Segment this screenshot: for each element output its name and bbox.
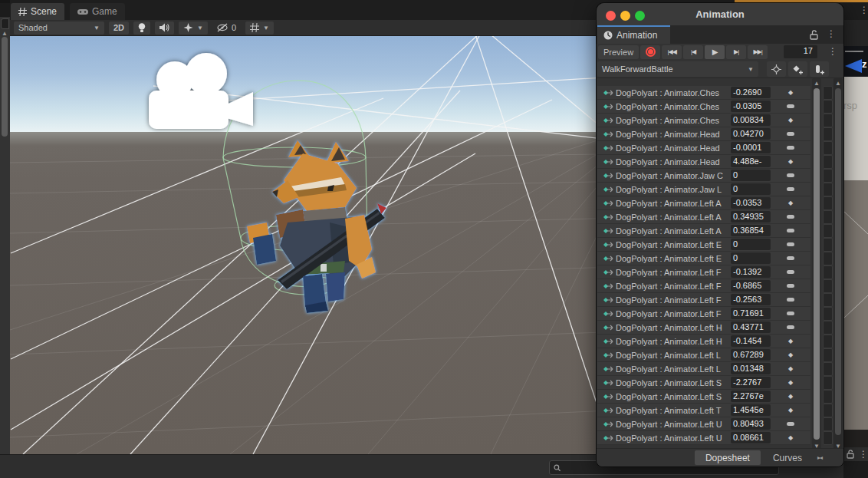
dopesheet-cell[interactable] [823, 169, 833, 183]
previous-key-button[interactable]: |◀ [683, 45, 703, 59]
dopesheet-scrollbar[interactable]: ▲ ▼ [833, 78, 843, 451]
property-value-field[interactable]: 0.67289 [731, 349, 771, 361]
property-value-field[interactable]: 0 [731, 252, 771, 264]
property-value-field[interactable]: -0.6865 [731, 280, 771, 292]
scroll-up-icon[interactable]: ▲ [0, 30, 9, 37]
property-row[interactable]: DogPolyart : Animator.Left F0.71691 [597, 307, 810, 321]
property-row[interactable]: DogPolyart : Animator.Left H0.43771 [597, 321, 810, 335]
window-title-bar[interactable]: Animation [597, 3, 843, 25]
zoom-button[interactable] [635, 11, 645, 21]
property-row[interactable]: DogPolyart : Animator.Jaw C0 [597, 169, 810, 183]
property-row[interactable]: DogPolyart : Animator.Left F-0.6865 [597, 279, 810, 293]
go-to-end-button[interactable]: ▶▶| [748, 45, 768, 59]
property-value-field[interactable]: -2.2767 [731, 377, 771, 388]
unlock-icon[interactable] [810, 30, 818, 40]
property-row[interactable]: DogPolyart : Animator.Left L0.01348 [597, 362, 810, 376]
audio-toggle-button[interactable] [155, 21, 174, 35]
dopesheet-cell[interactable] [823, 417, 833, 431]
preview-toggle-button[interactable]: Preview [598, 45, 639, 59]
dopesheet-cell[interactable] [823, 362, 833, 376]
dopesheet-mode-button[interactable]: Dopesheet [695, 450, 761, 465]
property-row[interactable]: DogPolyart : Animator.Left S-2.2767 [597, 376, 810, 390]
property-row[interactable]: DogPolyart : Animator.Left U0.80493 [597, 417, 810, 431]
property-value-field[interactable]: -0.2563 [731, 294, 771, 305]
kebab-menu-icon[interactable]: ⋮ [860, 5, 868, 15]
dopesheet-cell[interactable] [823, 293, 833, 307]
property-value-field[interactable]: 0 [731, 183, 771, 195]
property-scrollbar[interactable]: ▲ ▼ [812, 78, 821, 451]
dopesheet-cell[interactable] [823, 141, 833, 155]
property-value-field[interactable]: -0.1454 [731, 335, 771, 347]
shading-mode-dropdown[interactable]: Shaded▼ [14, 21, 104, 35]
dopesheet-cell[interactable] [823, 127, 833, 141]
property-value-field[interactable]: 0.01348 [731, 363, 771, 374]
dopesheet-cell[interactable] [823, 321, 833, 335]
property-value-field[interactable]: -0.0353 [731, 197, 771, 209]
dopesheet-cell[interactable] [823, 252, 833, 265]
property-value-field[interactable]: -0.0001 [731, 142, 771, 153]
dopesheet-cell[interactable] [823, 376, 833, 390]
scrollbar-thumb[interactable] [835, 88, 841, 435]
scrollbar-thumb[interactable] [814, 88, 820, 440]
property-value-field[interactable]: 0.36854 [731, 225, 771, 236]
property-row[interactable]: DogPolyart : Animator.Left F-0.2563 [597, 293, 810, 307]
property-value-field[interactable]: -0.2690 [731, 87, 771, 98]
property-value-field[interactable]: 2.2767e [731, 391, 771, 402]
dopesheet-cell[interactable] [823, 100, 833, 114]
property-row[interactable]: DogPolyart : Animator.Left U0.08661 [597, 431, 810, 445]
property-value-field[interactable]: 0.43771 [731, 321, 771, 333]
dopesheet-cell[interactable] [823, 431, 833, 445]
camera-gizmo-icon[interactable] [149, 53, 253, 129]
frame-number-field[interactable]: 17 [784, 45, 817, 58]
dopesheet-cell[interactable] [823, 196, 833, 210]
property-row[interactable]: DogPolyart : Animator.Left H-0.1454 [597, 335, 810, 348]
property-value-field[interactable]: 0.34935 [731, 211, 771, 223]
hidden-objects-toggle[interactable]: 0 [212, 21, 241, 35]
dopesheet-cell[interactable] [823, 114, 833, 127]
tab-animation[interactable]: Animation [597, 25, 670, 44]
dopesheet-cell[interactable] [823, 390, 833, 404]
kebab-menu-icon[interactable]: ⋮ [828, 46, 837, 57]
close-button[interactable] [606, 11, 616, 21]
dopesheet-cell[interactable] [823, 348, 833, 362]
go-to-beginning-button[interactable]: |◀◀ [662, 45, 682, 59]
dopesheet-cell[interactable] [823, 335, 833, 348]
dopesheet-cell[interactable] [823, 279, 833, 293]
property-value-field[interactable]: 4.488e- [731, 156, 771, 167]
2d-toggle-button[interactable]: 2D [109, 21, 129, 35]
property-row[interactable]: DogPolyart : Animator.Left A0.36854 [597, 224, 810, 238]
scroll-up-icon[interactable]: ▲ [833, 80, 843, 87]
tab-game[interactable]: Game [70, 3, 125, 20]
property-row[interactable]: DogPolyart : Animator.Ches0.00834 [597, 114, 810, 127]
record-button[interactable] [640, 45, 660, 59]
property-row[interactable]: DogPolyart : Animator.Left S2.2767e [597, 390, 810, 404]
property-value-field[interactable]: 0.04270 [731, 128, 771, 140]
property-value-field[interactable]: 1.4545e [731, 404, 771, 416]
property-row[interactable]: DogPolyart : Animator.Ches-0.0305 [597, 100, 810, 114]
property-value-field[interactable]: -0.0305 [731, 101, 771, 112]
clip-selector-dropdown[interactable]: WalkForwardBattle ▼ [597, 61, 758, 77]
dopesheet-cell[interactable] [823, 307, 833, 321]
property-row[interactable]: DogPolyart : Animator.Head-0.0001 [597, 141, 810, 155]
curves-mode-button[interactable]: Curves [762, 450, 813, 465]
property-row[interactable]: DogPolyart : Animator.Ches-0.2690 [597, 86, 810, 100]
scroll-up-icon[interactable]: ▲ [812, 80, 821, 87]
property-row[interactable]: DogPolyart : Animator.Left E0 [597, 238, 810, 252]
property-value-field[interactable]: 0 [731, 170, 771, 181]
effects-dropdown-button[interactable]: ▼ [179, 21, 208, 35]
property-row[interactable]: DogPolyart : Animator.Jaw L0 [597, 183, 810, 196]
property-row[interactable]: DogPolyart : Animator.Head4.488e- [597, 155, 810, 169]
dopesheet-cell[interactable] [823, 238, 833, 252]
property-value-field[interactable]: -0.1392 [731, 266, 771, 278]
dopesheet-cell[interactable] [823, 210, 833, 224]
keyframe-target-button[interactable] [767, 61, 786, 77]
property-row[interactable]: DogPolyart : Animator.Left A0.34935 [597, 210, 810, 224]
kebab-menu-icon[interactable]: ⋮ [827, 28, 836, 39]
property-value-field[interactable]: 0.71691 [731, 308, 771, 319]
property-row[interactable]: DogPolyart : Animator.Left E0 [597, 252, 810, 265]
grid-settings-dropdown[interactable]: ▼ [245, 21, 274, 35]
property-value-field[interactable]: 0.00834 [731, 114, 771, 126]
property-row[interactable]: DogPolyart : Animator.Left F-0.1392 [597, 265, 810, 279]
pane-resize-icon[interactable]: ▸◂ [817, 454, 822, 461]
kebab-menu-icon[interactable]: ⋮ [859, 449, 868, 460]
